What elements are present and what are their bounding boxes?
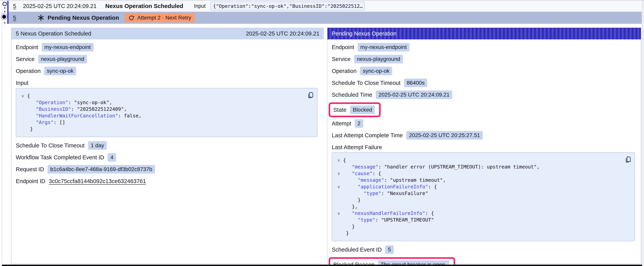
field-label: Operation [16,68,40,74]
field-row-service: Service nexus-playground [332,55,636,63]
field-label: Workflow Task Completed Event ID [16,154,104,161]
event-id-link[interactable]: 5 [13,3,16,9]
field-label: Schedule To Close Timeout [332,80,400,86]
value-badge: sync-op-ok [44,67,76,75]
field-label: Schedule To Close Timeout [16,142,84,149]
copy-button[interactable] [308,92,314,99]
json-code-line: } [18,126,304,132]
field-row-service: Service nexus-playground [16,55,319,63]
field-label: Endpoint [332,44,354,51]
history-row-scheduled[interactable]: 5 2025-02-25 UTC 20:24:09.21 Nexus Opera… [8,1,642,12]
value-badge: 2 [355,119,363,128]
collapse-chevron-icon[interactable]: ∨ [18,93,27,99]
collapse-chevron-icon[interactable]: ∨ [334,170,343,177]
field-label: Last Attempt Complete Time [332,132,403,139]
json-code-line: "Operation": "sync-op-ok", [18,99,304,106]
timeline-event-dot-open [2,2,7,6]
collapse-chevron-icon[interactable]: ∨ [334,157,343,164]
json-code-line: ∨{ [18,93,304,99]
field-label: Service [332,56,351,62]
pending-asterisk-icon [38,14,44,21]
field-label: Endpoint [16,44,38,51]
annotation-highlight-state: State Blocked [329,102,381,117]
field-row-endpoint: Endpoint my-nexus-endpoint [332,43,636,52]
code-gutter [18,113,27,119]
json-code-line: "type": "NexusFailure" [334,190,621,197]
field-row-endpoint-id: Endpoint ID 3c0c75ccfa8144b092c13ce63246… [16,177,319,185]
event-title: Nexus Operation Scheduled [105,3,183,9]
code-gutter [18,126,27,132]
field-row-state: State Blocked [333,106,375,114]
left-edge-divider [2,1,2,266]
endpoint-id-link[interactable]: 3c0c75ccfa8144b092c13ce632463761 [49,178,146,184]
code-gutter [334,197,343,203]
pending-operation-panel: Pending Nexus Operation Endpoint my-nexu… [327,28,641,264]
json-code-line: "HandlerWaitForCancellation": false, [18,113,304,119]
code-gutter [334,217,343,223]
event-id-link[interactable]: 5 [13,15,16,21]
scheduled-panel-header: 5 Nexus Operation Scheduled 2025-02-25 U… [12,28,324,39]
pending-panel-body: Endpoint my-nexus-endpoint Service nexus… [328,39,641,266]
timeline-event-dot-active [2,15,6,19]
field-label: Input [16,80,28,86]
json-code-line: "Args": [] [18,119,304,126]
history-row-pending[interactable]: 5 Pending Nexus Operation Attempt 2 · Ne… [8,12,642,24]
bottom-window-edge [2,265,642,266]
code-gutter [18,106,27,113]
field-row-schedule-to-close: Schedule To Close Timeout 86400s [332,79,636,87]
json-code-line: ∨{ [334,157,621,164]
value-badge: 2025-02-25 UTC 20:25:27.51 [406,131,482,140]
field-label: Scheduled Time [332,92,372,98]
code-gutter [18,99,27,106]
code-gutter [334,230,343,236]
copy-icon [308,96,314,99]
json-code-line: ∨ "nexusHandlerFailureInfo": { [334,210,621,217]
retry-badge-label: Attempt 2 · Next Retry [137,15,191,21]
collapse-chevron-icon[interactable]: ∨ [334,183,343,190]
value-badge: nexus-playground [354,55,403,63]
retry-attempt-badge: Attempt 2 · Next Retry [125,13,195,22]
json-code-line: "message": "handler error (UPSTREAM_TIME… [334,164,621,170]
json-code-line: ∨ "applicationFailureInfo": { [334,183,621,190]
json-code-line: "type": "UPSTREAM_TIMEOUT" [334,217,621,223]
copy-button[interactable] [625,156,631,163]
panel-title: Pending Nexus Operation [332,31,396,37]
value-badge: my-nexus-endpoint [358,43,410,52]
field-row-wft-completed-id: Workflow Task Completed Event ID 4 [16,153,319,162]
field-label: Last Attempt Failure [332,144,382,151]
value-badge: 1 day [88,141,107,150]
collapse-chevron-icon[interactable]: ∨ [334,210,343,217]
value-badge: sync-op-ok [360,67,392,75]
value-badge: 86400s [404,79,428,87]
pending-event-title: Pending Nexus Operation [48,15,119,21]
json-code-line: }, [334,203,621,210]
field-row-input: Input [16,79,319,87]
panel-title: 5 Nexus Operation Scheduled [16,31,91,37]
field-label: Attempt [332,120,351,127]
field-row-operation: Operation sync-op-ok [332,67,636,75]
field-row-attempt: Attempt 2 [332,119,636,128]
input-preview-chip: {"Operation":"sync-op-ok","BusinessID":"… [210,2,365,11]
value-badge: 2025-02-25 UTC 20:24:09.21 [376,91,452,99]
input-label: Input [194,3,206,9]
field-label: State [333,107,346,113]
value-badge: nexus-playground [38,55,87,63]
input-json-viewer: ∨{ "Operation": "sync-op-ok", "BusinessI… [16,88,318,137]
field-label: Service [16,56,35,62]
json-code-line: } [334,230,621,236]
json-code-line: ∨ "cause": { [334,170,621,177]
event-history-screen: 5 2025-02-25 UTC 20:24:09.21 Nexus Opera… [0,0,644,266]
json-code-line: } [334,223,621,230]
json-code-line: "BusinessID": "20250225122409", [18,106,304,113]
value-badge: b1c6a4bc-8ee7-468a-9169-df3b02c8737b [48,165,155,174]
retry-icon [128,15,134,21]
code-gutter [334,190,343,197]
code-gutter [18,119,27,126]
vertical-scrollbar-track[interactable] [642,1,644,266]
code-gutter [334,177,343,183]
scheduled-event-panel: 5 Nexus Operation Scheduled 2025-02-25 U… [11,28,324,264]
field-label: Endpoint ID [16,178,46,184]
field-label: Operation [332,68,356,74]
json-code-line: } [334,197,621,203]
code-gutter [334,164,343,170]
